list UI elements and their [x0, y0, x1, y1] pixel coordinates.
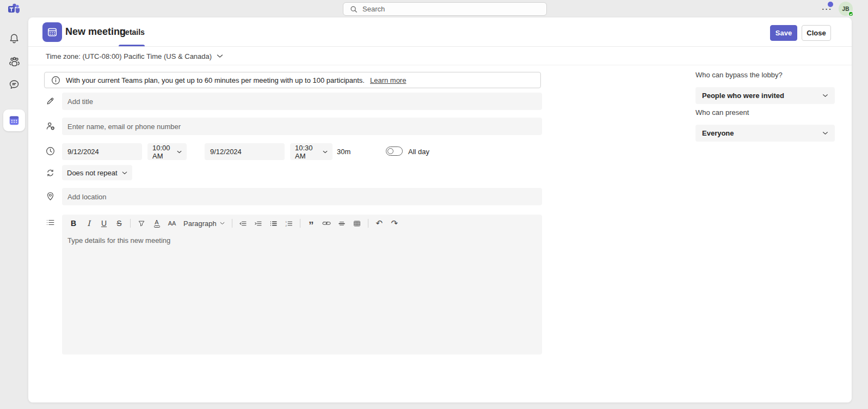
repeat-value: Does not repeat: [67, 169, 118, 177]
formatting-toolbar: B I U S A AA Paragraph: [62, 215, 542, 231]
bold-button[interactable]: B: [66, 217, 81, 230]
rail-item-community[interactable]: [0, 50, 28, 73]
page-title: New meeting: [65, 26, 126, 38]
bell-icon: [9, 33, 20, 44]
svg-text:1: 1: [286, 220, 287, 223]
all-day-toggle[interactable]: [386, 146, 403, 156]
person-add-icon: [46, 121, 56, 131]
start-date-input[interactable]: [62, 143, 142, 160]
tab-details[interactable]: Details: [120, 28, 145, 36]
calendar-icon: [8, 114, 20, 126]
numbered-list-button[interactable]: 1 2: [282, 217, 296, 230]
chevron-down-icon: [822, 131, 828, 135]
lobby-dropdown[interactable]: People who were invited: [695, 87, 835, 104]
highlight-button[interactable]: [134, 217, 149, 230]
outdent-button[interactable]: [236, 217, 250, 230]
font-color-button[interactable]: A: [150, 217, 164, 230]
top-bar: Search ··· JB: [0, 0, 868, 17]
chevron-down-icon: [217, 54, 223, 58]
save-button[interactable]: Save: [770, 25, 797, 41]
attendees-input[interactable]: [62, 118, 542, 135]
location-field[interactable]: [62, 188, 542, 205]
toolbar-divider: [232, 219, 232, 228]
chat-bubble-icon: [9, 79, 20, 90]
end-time-value: 10:30 AM: [295, 144, 323, 160]
toolbar-divider: [300, 219, 300, 228]
details-editor: B I U S A AA Paragraph: [62, 215, 542, 355]
link-button[interactable]: [319, 217, 334, 230]
close-button[interactable]: Close: [802, 25, 831, 41]
svg-text:2: 2: [286, 224, 287, 227]
location-pin-icon: [46, 192, 56, 202]
lobby-value: People who were invited: [702, 91, 784, 100]
repeat-dropdown[interactable]: Does not repeat: [62, 165, 132, 180]
rail-item-chat[interactable]: [0, 73, 28, 96]
tab-details-underline: [119, 45, 145, 46]
title-field[interactable]: [62, 93, 542, 110]
bullet-list-button[interactable]: [267, 217, 281, 230]
font-size-button[interactable]: AA: [165, 217, 179, 230]
end-date-field[interactable]: [205, 143, 285, 160]
toolbar-divider: [368, 219, 368, 228]
repeat-icon: [46, 168, 56, 178]
end-date-input[interactable]: [205, 143, 285, 160]
meeting-header: New meeting Details Save Close: [28, 17, 852, 47]
duration-label: 30m: [337, 148, 350, 156]
start-date-field[interactable]: [62, 143, 142, 160]
underline-button[interactable]: U: [97, 217, 111, 230]
start-time-dropdown[interactable]: 10:00 AM: [147, 143, 187, 160]
search-input[interactable]: Search: [343, 2, 547, 16]
people-community-icon: [9, 56, 20, 68]
italic-button[interactable]: I: [82, 217, 96, 230]
redo-button[interactable]: ↷: [387, 217, 402, 230]
rail-item-activity[interactable]: [0, 27, 28, 50]
horizontal-rule-button[interactable]: [335, 217, 349, 230]
present-value: Everyone: [702, 129, 734, 137]
avatar[interactable]: JB: [839, 2, 853, 16]
new-meeting-panel: New meeting Details Save Close Time zone…: [28, 17, 852, 402]
title-input[interactable]: [62, 93, 542, 110]
toolbar-divider: [130, 219, 131, 228]
teams-logo-icon: [7, 3, 21, 14]
notes-icon: [46, 218, 56, 228]
presence-available-icon: [848, 11, 854, 17]
present-label: Who can present: [695, 108, 749, 117]
more-options-icon[interactable]: ···: [821, 3, 834, 14]
avatar-initials: JB: [842, 6, 849, 12]
all-day-label: All day: [408, 148, 429, 156]
app-rail: [0, 17, 28, 409]
paragraph-style-value: Paragraph: [183, 219, 217, 228]
font-color-letter: A: [155, 219, 158, 225]
info-icon: [51, 76, 60, 85]
start-time-value: 10:00 AM: [152, 144, 177, 160]
search-icon: [350, 5, 358, 13]
paragraph-style-dropdown[interactable]: Paragraph: [180, 217, 228, 230]
chevron-down-icon: [122, 171, 127, 175]
undo-button[interactable]: ↶: [372, 217, 386, 230]
rail-item-calendar[interactable]: [3, 109, 25, 131]
toggle-knob: [387, 148, 393, 154]
strikethrough-button[interactable]: S: [112, 217, 126, 230]
table-button[interactable]: [350, 217, 364, 230]
timezone-selector[interactable]: Time zone: (UTC-08:00) Pacific Time (US …: [28, 47, 852, 65]
plan-info-banner: With your current Teams plan, you get up…: [44, 72, 541, 88]
chevron-down-icon: [323, 150, 328, 154]
attendees-field[interactable]: [62, 118, 542, 135]
indent-button[interactable]: [251, 217, 266, 230]
chevron-down-icon: [822, 94, 828, 97]
blockquote-button[interactable]: ”: [304, 217, 318, 230]
location-input[interactable]: [62, 188, 542, 205]
lobby-label: Who can bypass the lobby?: [695, 71, 783, 79]
search-placeholder: Search: [362, 5, 385, 13]
plan-info-text: With your current Teams plan, you get up…: [66, 76, 365, 84]
learn-more-link[interactable]: Learn more: [370, 76, 406, 84]
clock-icon: [46, 146, 56, 156]
meeting-calendar-icon: [42, 22, 62, 42]
details-textarea[interactable]: Type details for this new meeting: [62, 231, 542, 351]
present-dropdown[interactable]: Everyone: [695, 125, 835, 142]
timezone-label: Time zone: (UTC-08:00) Pacific Time (US …: [46, 52, 212, 60]
end-time-dropdown[interactable]: 10:30 AM: [290, 143, 333, 160]
chevron-down-icon: [177, 150, 182, 154]
pencil-icon: [46, 96, 56, 106]
